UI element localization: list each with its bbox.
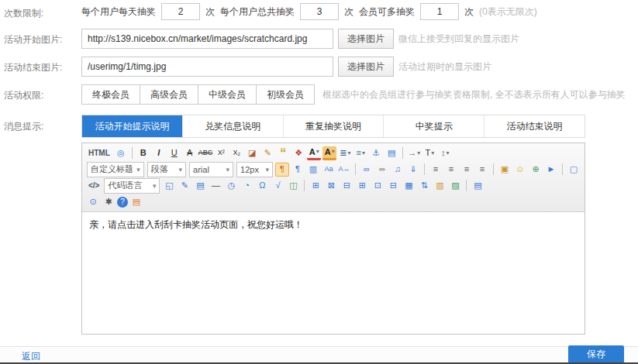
- emotion-icon[interactable]: ☺: [513, 163, 527, 177]
- formula-icon[interactable]: √: [271, 179, 285, 193]
- ordered-list-icon[interactable]: ≣▾: [338, 146, 352, 160]
- table-sort-icon[interactable]: ⇅: [417, 179, 431, 193]
- insert-row-icon[interactable]: ⊟: [340, 179, 353, 193]
- tab-redeem-info[interactable]: 兑奖信息说明: [183, 115, 284, 137]
- italic-icon[interactable]: I: [152, 146, 166, 160]
- table-border-icon[interactable]: ▥: [433, 179, 447, 193]
- map-icon[interactable]: ⊕: [529, 163, 543, 177]
- align-icon[interactable]: T▾: [422, 146, 436, 160]
- member-extra-input[interactable]: [420, 3, 459, 20]
- image-icon[interactable]: ▣: [498, 163, 512, 177]
- message-tab-bar: 活动开始提示说明兑奖信息说明重复抽奖说明中奖提示活动结束说明: [81, 115, 585, 138]
- chart-icon[interactable]: ◫: [286, 179, 300, 193]
- line-height-icon[interactable]: ↕▾: [438, 146, 452, 160]
- editor-content[interactable]: 亲，请点击进入刮刮卡抽奖活动页面，祝您好运哦！: [82, 212, 585, 334]
- member-option-middle[interactable]: 中级会员: [198, 84, 257, 105]
- split-cell-icon[interactable]: ⊟: [386, 179, 400, 193]
- merge-cells-icon[interactable]: ⊡: [371, 179, 385, 193]
- superscript-icon[interactable]: X²: [214, 146, 228, 160]
- indent-icon[interactable]: →▾: [407, 146, 421, 160]
- justify-full-icon[interactable]: ≡: [475, 163, 489, 177]
- date-icon[interactable]: ◔: [240, 179, 253, 193]
- strikethrough-icon[interactable]: A: [183, 146, 197, 160]
- attachment-icon[interactable]: ⇓: [406, 163, 420, 177]
- unlink-icon[interactable]: ∞: [375, 163, 389, 177]
- toolbar-separator: [132, 147, 133, 159]
- clock-icon[interactable]: ◷: [224, 179, 238, 193]
- total-input[interactable]: [300, 3, 339, 20]
- draft-icon[interactable]: ▤: [129, 195, 143, 209]
- font-size-dropdown[interactable]: 12px▾: [236, 162, 273, 177]
- case-convert-icon[interactable]: Aa: [322, 163, 336, 177]
- page-break-icon[interactable]: ▤: [385, 146, 398, 160]
- accent-icon[interactable]: ❖: [291, 146, 305, 160]
- video-icon[interactable]: ►: [544, 163, 558, 177]
- preview-icon[interactable]: ◎: [114, 146, 128, 160]
- end-image-row: 选择图片 活动过期时的显示图片: [81, 56, 491, 77]
- table-title-icon[interactable]: ▦: [402, 179, 416, 193]
- insert-column-icon[interactable]: ⊞: [355, 179, 369, 193]
- source-code-button[interactable]: HTML: [86, 146, 112, 160]
- footer-bar: [0, 346, 638, 364]
- words-count-icon[interactable]: ▥: [306, 163, 320, 177]
- justify-left-icon[interactable]: ≡: [429, 163, 443, 177]
- subscript-icon[interactable]: X₂: [229, 146, 243, 160]
- member-option-junior[interactable]: 初级会员: [256, 84, 315, 105]
- music-icon[interactable]: ♫: [391, 163, 405, 177]
- start-image-label: 活动开始图片:: [4, 33, 62, 46]
- print-icon[interactable]: ▤: [471, 179, 485, 193]
- save-button[interactable]: 保存: [568, 345, 624, 363]
- start-image-pick-button[interactable]: 选择图片: [338, 29, 394, 49]
- per-day-input[interactable]: [161, 3, 200, 20]
- end-image-pick-button[interactable]: 选择图片: [338, 57, 394, 77]
- delete-table-icon[interactable]: ⊠: [324, 179, 338, 193]
- end-image-input[interactable]: [81, 57, 333, 77]
- insert-table-icon[interactable]: ⊞: [309, 179, 322, 193]
- letter-spacing-icon[interactable]: A↔: [337, 163, 351, 177]
- table-bg-icon[interactable]: ▨: [448, 179, 462, 193]
- background-color-icon[interactable]: A▾: [322, 146, 336, 160]
- link-icon[interactable]: ∞: [360, 163, 374, 177]
- font-family-dropdown[interactable]: arial▾: [189, 162, 233, 177]
- unordered-list-icon[interactable]: ≡▾: [353, 146, 367, 160]
- paragraph-ltr-icon[interactable]: ¶: [275, 163, 289, 177]
- underline-icon[interactable]: U: [167, 146, 181, 160]
- toolbar-separator: [355, 163, 356, 175]
- member-option-senior[interactable]: 高级会员: [140, 84, 198, 105]
- paragraph-dropdown[interactable]: 段落▾: [147, 162, 186, 177]
- count-limit-label: 次数限制:: [4, 7, 43, 20]
- total-unit: 次: [344, 5, 353, 19]
- per-day-label: 每个用户每天抽奖: [81, 5, 156, 19]
- tab-activity-start-tip[interactable]: 活动开始提示说明: [82, 115, 183, 137]
- fullscreen-icon[interactable]: ▢: [567, 163, 581, 177]
- anchor-icon[interactable]: ⚓: [369, 146, 383, 160]
- member-option-ultimate[interactable]: 终极会员: [81, 84, 140, 105]
- spellcheck-icon[interactable]: ABC: [198, 146, 213, 160]
- search-replace-icon[interactable]: ⊙: [86, 195, 100, 209]
- back-link[interactable]: 返回: [22, 350, 40, 363]
- snapscreen-icon[interactable]: ◱: [162, 179, 176, 193]
- insert-code-icon[interactable]: </>: [86, 179, 102, 193]
- code-language-dropdown[interactable]: 代码语言▾: [104, 178, 160, 194]
- spider-icon[interactable]: ✱: [102, 195, 116, 209]
- justify-right-icon[interactable]: ≡: [460, 163, 474, 177]
- template-icon[interactable]: ▤: [193, 179, 207, 193]
- horizontal-rule-icon[interactable]: —: [209, 179, 222, 193]
- permission-label: 活动权限:: [4, 89, 43, 102]
- paragraph-rtl-icon[interactable]: ¶: [291, 163, 305, 177]
- custom-title-dropdown[interactable]: 自定义标题▾: [87, 162, 144, 177]
- format-painter-icon[interactable]: ✎: [260, 146, 274, 160]
- scrawl-icon[interactable]: ✎: [178, 179, 191, 193]
- start-image-input[interactable]: [81, 29, 333, 49]
- help-icon[interactable]: ?: [117, 197, 128, 208]
- member-extra-unit: 次: [464, 5, 474, 19]
- special-char-icon[interactable]: Ω: [255, 179, 269, 193]
- bold-icon[interactable]: B: [136, 146, 150, 160]
- remove-format-icon[interactable]: ◪: [245, 146, 259, 160]
- tab-repeat-draw[interactable]: 重复抽奖说明: [284, 115, 385, 137]
- tab-win-tip[interactable]: 中奖提示: [384, 115, 485, 137]
- blockquote-icon[interactable]: “: [276, 146, 290, 160]
- justify-center-icon[interactable]: ≡: [444, 163, 458, 177]
- tab-activity-end[interactable]: 活动结束说明: [485, 115, 585, 137]
- font-color-icon[interactable]: A▾: [307, 146, 321, 160]
